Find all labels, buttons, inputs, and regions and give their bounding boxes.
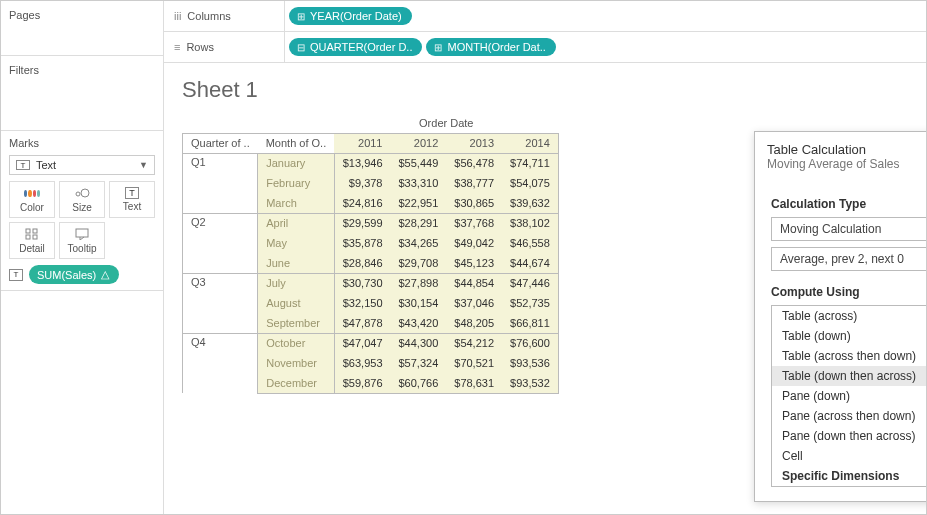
value-cell[interactable]: $66,811 [502,313,558,333]
value-cell[interactable]: $54,075 [502,173,558,193]
svg-rect-5 [33,235,37,239]
quarter-cell[interactable]: Q1 [183,153,258,213]
value-cell[interactable]: $44,854 [446,273,502,293]
month-cell[interactable]: August [258,293,335,313]
value-cell[interactable]: $47,446 [502,273,558,293]
sheet-title[interactable]: Sheet 1 [182,77,908,103]
month-header[interactable]: Month of O.. [258,133,335,153]
compute-option[interactable]: Table (down then across) [772,366,927,386]
columns-shelf[interactable]: ⊞YEAR(Order Date) [284,1,926,31]
value-cell[interactable]: $52,735 [502,293,558,313]
quarter-cell[interactable]: Q3 [183,273,258,333]
value-cell[interactable]: $54,212 [446,333,502,353]
value-cell[interactable]: $93,536 [502,353,558,373]
value-cell[interactable]: $27,898 [391,273,447,293]
value-cell[interactable]: $38,102 [502,213,558,233]
month-cell[interactable]: May [258,233,335,253]
value-cell[interactable]: $30,730 [334,273,390,293]
value-cell[interactable]: $56,478 [446,153,502,173]
compute-option[interactable]: Table (down) [772,326,927,346]
value-cell[interactable]: $44,674 [502,253,558,273]
value-cell[interactable]: $22,951 [391,193,447,213]
value-cell[interactable]: $37,046 [446,293,502,313]
value-cell[interactable]: $45,123 [446,253,502,273]
value-cell[interactable]: $29,599 [334,213,390,233]
compute-option[interactable]: Table (across) [772,306,927,326]
value-cell[interactable]: $57,324 [391,353,447,373]
marks-detail-button[interactable]: Detail [9,222,55,259]
month-cell[interactable]: February [258,173,335,193]
quarter-cell[interactable]: Q2 [183,213,258,273]
month-cell[interactable]: November [258,353,335,373]
sum-sales-pill[interactable]: SUM(Sales) △ [29,265,119,284]
month-cell[interactable]: December [258,373,335,393]
columns-pill-0[interactable]: ⊞YEAR(Order Date) [289,7,412,25]
value-cell[interactable]: $35,878 [334,233,390,253]
month-cell[interactable]: June [258,253,335,273]
month-cell[interactable]: March [258,193,335,213]
rows-pill-1[interactable]: ⊞MONTH(Order Dat.. [426,38,555,56]
quarter-header[interactable]: Quarter of .. [183,133,258,153]
value-cell[interactable]: $43,420 [391,313,447,333]
marks-color-button[interactable]: Color [9,181,55,218]
value-cell[interactable]: $30,865 [446,193,502,213]
value-cell[interactable]: $47,047 [334,333,390,353]
value-cell[interactable]: $9,378 [334,173,390,193]
value-cell[interactable]: $28,291 [391,213,447,233]
value-cell[interactable]: $76,600 [502,333,558,353]
mark-type-dropdown[interactable]: T Text ▼ [9,155,155,175]
value-cell[interactable]: $37,768 [446,213,502,233]
year-header[interactable]: 2012 [391,133,447,153]
month-cell[interactable]: January [258,153,335,173]
value-cell[interactable]: $55,449 [391,153,447,173]
marks-size-button[interactable]: Size [59,181,105,218]
rows-shelf[interactable]: ⊟QUARTER(Order D..⊞MONTH(Order Dat.. [284,32,926,62]
value-cell[interactable]: $93,532 [502,373,558,393]
quarter-cell[interactable]: Q4 [183,333,258,393]
compute-using-listbox[interactable]: Table (across)Table (down)Table (across … [771,305,927,487]
value-cell[interactable]: $46,558 [502,233,558,253]
calc-avg-dropdown[interactable]: Average, prev 2, next 0 ▼ [771,247,927,271]
month-cell[interactable]: October [258,333,335,353]
size-icon [74,186,90,200]
value-cell[interactable]: $70,521 [446,353,502,373]
value-cell[interactable]: $33,310 [391,173,447,193]
compute-option[interactable]: Specific Dimensions [772,466,927,486]
table-calc-icon: △ [101,268,109,281]
compute-option[interactable]: Table (across then down) [772,346,927,366]
year-header[interactable]: 2013 [446,133,502,153]
value-cell[interactable]: $78,631 [446,373,502,393]
value-cell[interactable]: $32,150 [334,293,390,313]
value-cell[interactable]: $28,846 [334,253,390,273]
month-cell[interactable]: April [258,213,335,233]
month-cell[interactable]: July [258,273,335,293]
compute-option[interactable]: Pane (down then across) [772,426,927,446]
tooltip-icon [74,227,90,241]
value-cell[interactable]: $48,205 [446,313,502,333]
value-cell[interactable]: $24,816 [334,193,390,213]
value-cell[interactable]: $34,265 [391,233,447,253]
value-cell[interactable]: $29,708 [391,253,447,273]
value-cell[interactable]: $38,777 [446,173,502,193]
rows-pill-0[interactable]: ⊟QUARTER(Order D.. [289,38,422,56]
value-cell[interactable]: $13,946 [334,153,390,173]
marks-text-button[interactable]: T Text [109,181,155,218]
value-cell[interactable]: $47,878 [334,313,390,333]
month-cell[interactable]: September [258,313,335,333]
compute-option[interactable]: Pane (down) [772,386,927,406]
value-cell[interactable]: $49,042 [446,233,502,253]
compute-option[interactable]: Cell [772,446,927,466]
compute-option[interactable]: Pane (across then down) [772,406,927,426]
year-header[interactable]: 2014 [502,133,558,153]
filters-shelf-title: Filters [9,60,155,126]
marks-tooltip-button[interactable]: Tooltip [59,222,105,259]
value-cell[interactable]: $39,632 [502,193,558,213]
value-cell[interactable]: $63,953 [334,353,390,373]
value-cell[interactable]: $59,876 [334,373,390,393]
value-cell[interactable]: $60,766 [391,373,447,393]
year-header[interactable]: 2011 [334,133,390,153]
value-cell[interactable]: $44,300 [391,333,447,353]
value-cell[interactable]: $74,711 [502,153,558,173]
calc-type-dropdown[interactable]: Moving Calculation ▼ [771,217,927,241]
value-cell[interactable]: $30,154 [391,293,447,313]
